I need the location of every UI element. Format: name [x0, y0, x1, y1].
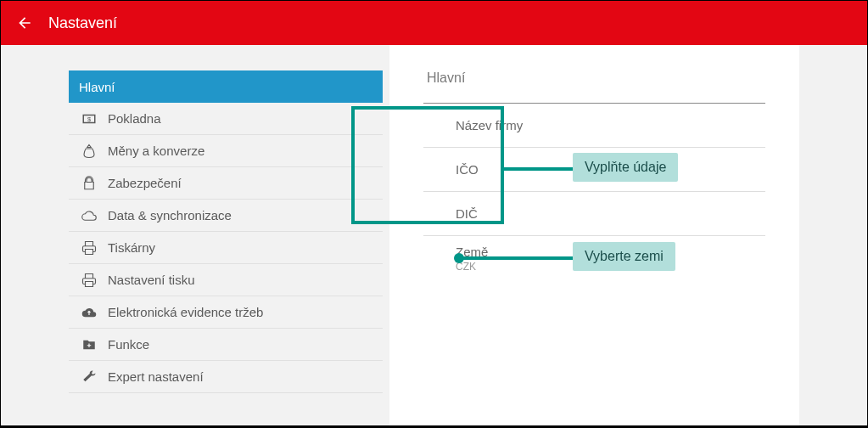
panel-title: Hlavní	[423, 70, 765, 86]
sidebar-item-functions[interactable]: Funkce	[69, 329, 383, 361]
content-area: Hlavní $ Pokladna Měny a konverze Zabezp…	[1, 45, 867, 425]
cloud-icon	[79, 206, 99, 226]
wrench-icon	[79, 367, 99, 387]
back-arrow-icon[interactable]	[16, 14, 33, 31]
connector-line	[458, 256, 574, 260]
svg-text:$: $	[87, 115, 92, 123]
sidebar-item-label: Měny a konverze	[108, 144, 204, 158]
sidebar-item-cashregister[interactable]: $ Pokladna	[69, 103, 383, 135]
folder-plus-icon	[79, 335, 99, 355]
lock-icon	[79, 173, 99, 194]
app-header: Nastavení	[1, 1, 867, 45]
callout-fill-data: Vyplňte údaje	[573, 153, 678, 182]
cloud-upload-icon	[79, 302, 99, 323]
sidebar-item-label: Elektronická evidence tržeb	[108, 305, 263, 319]
printer-settings-icon	[79, 270, 99, 290]
sidebar-item-label: Hlavní	[79, 80, 115, 94]
sidebar-item-security[interactable]: Zabezpečení	[69, 167, 383, 200]
sidebar-item-label: Zabezpečení	[108, 176, 182, 190]
callout-select-country: Vyberte zemi	[573, 242, 675, 271]
main-panel: Hlavní Název firmy IČO DIČ Země	[389, 45, 799, 425]
sidebar-item-expert[interactable]: Expert nastavení	[69, 361, 383, 393]
money-bag-icon	[79, 141, 99, 161]
sidebar-item-label: Funkce	[108, 337, 149, 352]
highlight-box	[351, 106, 504, 224]
sidebar-item-label: Pokladna	[108, 111, 161, 126]
app-window: Nastavení Hlavní $ Pokladna Měny a konve…	[0, 0, 868, 426]
sidebar-item-main[interactable]: Hlavní	[69, 70, 383, 103]
cash-icon: $	[79, 109, 99, 129]
sidebar-item-print-settings[interactable]: Nastavení tisku	[69, 264, 383, 296]
sidebar-item-label: Tiskárny	[108, 240, 155, 255]
sidebar-item-eet[interactable]: Elektronická evidence tržeb	[69, 296, 383, 329]
sidebar-item-label: Expert nastavení	[108, 369, 204, 384]
connector-line	[504, 167, 574, 171]
sidebar-item-currency[interactable]: Měny a konverze	[69, 135, 383, 167]
sidebar-item-printers[interactable]: Tiskárny	[69, 232, 383, 264]
sidebar: Hlavní $ Pokladna Měny a konverze Zabezp…	[69, 70, 383, 425]
sidebar-item-label: Nastavení tisku	[108, 273, 195, 287]
printer-icon	[79, 238, 99, 258]
sidebar-item-sync[interactable]: Data & synchronizace	[69, 200, 383, 232]
sidebar-item-label: Data & synchronizace	[108, 208, 232, 222]
header-title: Nastavení	[48, 14, 117, 32]
